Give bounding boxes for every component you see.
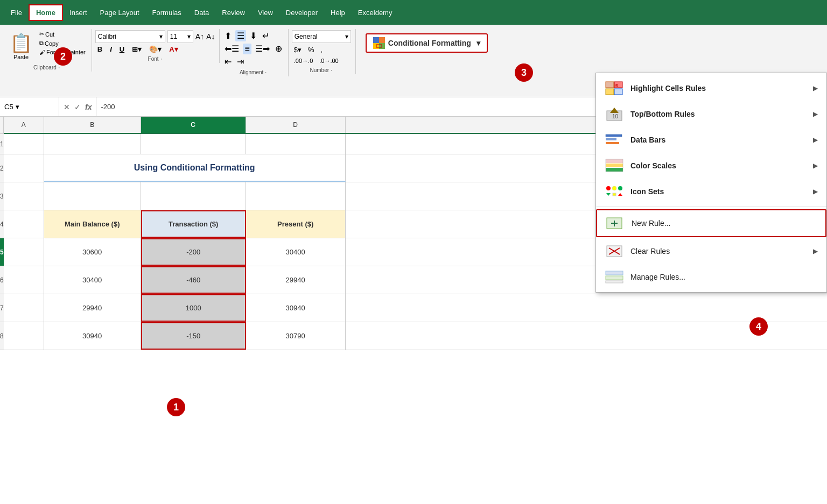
svg-marker-11 xyxy=(610,108,619,113)
font-expand-icon[interactable]: ⬝ xyxy=(160,56,163,62)
menu-developer[interactable]: Developer xyxy=(279,5,324,20)
underline-button[interactable]: U xyxy=(117,45,127,54)
cell-c7[interactable]: 1000 xyxy=(141,294,246,322)
cell-d6[interactable]: 29940 xyxy=(246,266,346,294)
percent-button[interactable]: % xyxy=(306,45,317,55)
highlight-cells-rules-item[interactable]: ≤ Highlight Cells Rules ▶ xyxy=(596,75,826,101)
menu-insert[interactable]: Insert xyxy=(63,5,94,20)
font-name-selector[interactable]: Calibri ▾ xyxy=(95,30,165,43)
data-bars-item[interactable]: Data Bars ▶ xyxy=(596,127,826,153)
cell-a8[interactable] xyxy=(4,322,44,350)
font-shrink-button[interactable]: A↓ xyxy=(206,32,215,41)
svg-rect-0 xyxy=(373,37,379,43)
currency-button[interactable]: $▾ xyxy=(292,45,304,55)
menu-review[interactable]: Review xyxy=(215,5,251,20)
color-scales-item[interactable]: Color Scales ▶ xyxy=(596,153,826,179)
borders-button[interactable]: ⊞▾ xyxy=(130,45,144,54)
cancel-formula-button[interactable]: ✕ xyxy=(64,103,70,111)
cell-a4[interactable] xyxy=(4,210,44,238)
insert-function-button[interactable]: fx xyxy=(85,103,92,111)
cell-c3[interactable] xyxy=(141,182,246,210)
cell-title[interactable]: Using Conditional Formatting xyxy=(44,154,346,182)
menu-pagelayout[interactable]: Page Layout xyxy=(94,5,146,20)
col-header-c[interactable]: C xyxy=(141,117,246,133)
align-right-button[interactable]: ☰➡ xyxy=(254,43,271,54)
menu-exceldemy[interactable]: Exceldemy xyxy=(352,5,399,20)
header-present[interactable]: Present ($) xyxy=(246,210,346,238)
wrap-text-button[interactable]: ↵ xyxy=(261,30,271,41)
new-rule-item[interactable]: New Rule... xyxy=(597,210,825,236)
accept-formula-button[interactable]: ✓ xyxy=(74,103,81,111)
menu-formulas[interactable]: Formulas xyxy=(146,5,188,20)
header-main-balance[interactable]: Main Balance ($) xyxy=(44,210,141,238)
paste-button[interactable]: 📋 Paste xyxy=(6,30,36,62)
top-bottom-rules-label: Top/Bottom Rules xyxy=(630,110,807,118)
cut-button[interactable]: ✂ Cut xyxy=(38,30,87,38)
menu-file[interactable]: File xyxy=(4,5,29,20)
row-header-8: 8 xyxy=(0,322,4,350)
cell-name-box[interactable]: C5 ▾ xyxy=(0,97,59,116)
menu-separator-1 xyxy=(596,207,826,207)
decrease-decimal-button[interactable]: .00→.0 xyxy=(292,56,315,65)
fill-color-button[interactable]: 🎨▾ xyxy=(147,45,164,54)
cell-d8[interactable]: 30790 xyxy=(246,322,346,350)
indent-increase-button[interactable]: ⇥ xyxy=(235,56,246,67)
col-header-a[interactable]: A xyxy=(4,117,44,133)
manage-rules-item[interactable]: Manage Rules... xyxy=(596,264,826,290)
top-bottom-rules-item[interactable]: 10 Top/Bottom Rules ▶ xyxy=(596,101,826,127)
cell-d7[interactable]: 30940 xyxy=(246,294,346,322)
copy-button[interactable]: ⧉ Copy xyxy=(38,39,87,47)
cell-b1[interactable] xyxy=(44,134,141,154)
increase-decimal-button[interactable]: .0→.00 xyxy=(317,56,340,65)
cell-c5[interactable]: -200 xyxy=(141,238,246,266)
clear-rules-item[interactable]: Clear Rules ▶ xyxy=(596,238,826,264)
bold-button[interactable]: B xyxy=(95,45,104,54)
cell-a3[interactable] xyxy=(4,182,44,210)
header-transaction[interactable]: Transaction ($) xyxy=(141,210,246,238)
merge-center-button[interactable]: ⊕ xyxy=(274,43,284,54)
cell-c1[interactable] xyxy=(141,134,246,154)
cell-a5[interactable] xyxy=(4,238,44,266)
col-header-b[interactable]: B xyxy=(44,117,141,133)
menu-home[interactable]: Home xyxy=(29,4,63,21)
align-bottom-button[interactable]: ⬇ xyxy=(248,30,258,41)
col-header-d[interactable]: D xyxy=(246,117,346,133)
row-header-4: 4 xyxy=(0,210,4,238)
cell-d3[interactable] xyxy=(246,182,346,210)
cell-a2[interactable] xyxy=(4,154,44,182)
cell-a6[interactable] xyxy=(4,266,44,294)
cell-a1[interactable] xyxy=(4,134,44,154)
alignment-expand-icon[interactable]: ⬝ xyxy=(264,70,267,75)
cell-a7[interactable] xyxy=(4,294,44,322)
cell-c8[interactable]: -150 xyxy=(141,322,246,350)
menu-view[interactable]: View xyxy=(251,5,279,20)
cell-b6[interactable]: 30400 xyxy=(44,266,141,294)
menu-help[interactable]: Help xyxy=(324,5,352,20)
cell-c6[interactable]: -460 xyxy=(141,266,246,294)
cell-b3[interactable] xyxy=(44,182,141,210)
clipboard-expand-icon[interactable]: ⬝ xyxy=(58,65,60,70)
align-left-button[interactable]: ⬅☰ xyxy=(223,43,241,54)
comma-button[interactable]: , xyxy=(319,45,325,55)
conditional-formatting-button[interactable]: Conditional Formatting ▾ xyxy=(366,33,488,53)
icon-sets-item[interactable]: Icon Sets ▶ xyxy=(596,179,826,204)
align-middle-button[interactable]: ☰ xyxy=(235,30,246,41)
cell-b5[interactable]: 30600 xyxy=(44,238,141,266)
align-center-button[interactable]: ≡ xyxy=(243,44,251,54)
font-grow-button[interactable]: A↑ xyxy=(195,32,204,41)
manage-rules-icon xyxy=(605,268,624,286)
cell-b8[interactable]: 30940 xyxy=(44,322,141,350)
menu-data[interactable]: Data xyxy=(188,5,215,20)
indent-decrease-button[interactable]: ⇤ xyxy=(223,56,233,67)
font-size-selector[interactable]: 11 ▾ xyxy=(167,30,193,43)
cell-b7[interactable]: 29940 xyxy=(44,294,141,322)
align-top-button[interactable]: ⬆ xyxy=(223,30,233,41)
italic-button[interactable]: I xyxy=(108,45,114,54)
svg-point-21 xyxy=(606,186,611,190)
font-color-button[interactable]: A▾ xyxy=(167,45,180,54)
cell-d1[interactable] xyxy=(246,134,346,154)
number-expand-icon[interactable]: ⬝ xyxy=(330,68,333,73)
number-format-selector[interactable]: General ▾ xyxy=(292,30,351,43)
cell-d5[interactable]: 30400 xyxy=(246,238,346,266)
cf-button-label: Conditional Formatting xyxy=(388,39,471,47)
